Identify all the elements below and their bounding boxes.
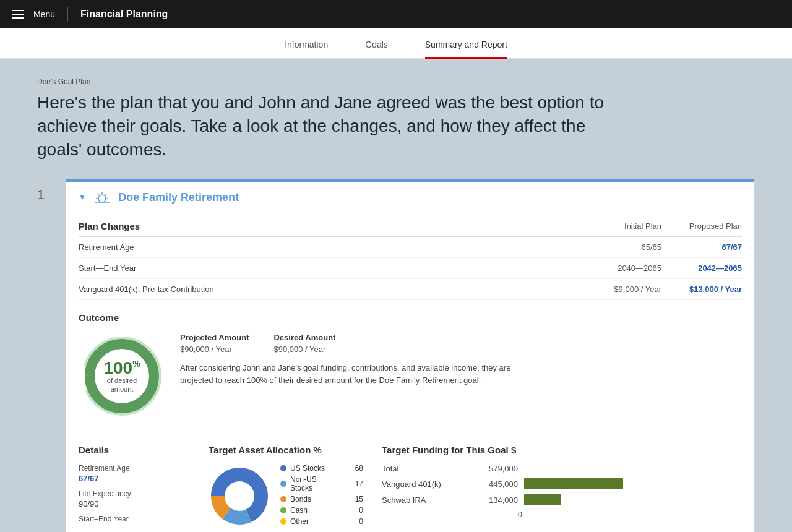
funding-bar	[524, 478, 623, 489]
funding-row-label: Schwab IRA	[382, 496, 468, 505]
outcome-details: Projected Amount $90,000 / Year Desired …	[180, 333, 742, 386]
life-expectancy-value: 90/90	[79, 499, 190, 508]
legend-cash: Cash 0	[280, 506, 363, 515]
menu-label[interactable]: Menu	[33, 9, 55, 19]
goal-number: 1	[37, 179, 56, 532]
plan-row: Retirement Age 65/65 67/67	[79, 237, 742, 258]
outcome-body: 100% of desired amount Projected Amount …	[79, 333, 742, 419]
plan-row: Vanguard 401(k): Pre-tax Contribution $9…	[79, 279, 742, 300]
asset-donut	[209, 465, 270, 527]
main-content: Doe's Goal Plan Here's the plan that you…	[0, 59, 792, 532]
retirement-age-label: Retirement Age	[79, 464, 190, 473]
plan-row-label: Vanguard 401(k): Pre-tax Contribution	[79, 285, 581, 294]
other-dot	[280, 518, 286, 525]
donut-center: 100% of desired amount	[100, 359, 144, 393]
asset-legend: US Stocks 68 Non-US Stocks 17 Bonds	[280, 464, 363, 528]
funding-row-schwab: Schwab IRA 134,000	[382, 494, 742, 505]
cash-dot	[280, 507, 286, 513]
us-stocks-dot	[280, 465, 286, 471]
funding-col: Target Funding for This Goal $ Total 579…	[363, 445, 742, 528]
funding-row-vanguard: Vanguard 401(k) 445,000	[382, 478, 742, 489]
asset-alloc-body: US Stocks 68 Non-US Stocks 17 Bonds	[209, 464, 363, 528]
start-end-label: Start–End Year	[79, 515, 190, 523]
svg-line-5	[105, 194, 106, 195]
projected-amount: Projected Amount $90,000 / Year	[180, 333, 249, 354]
outcome-donut: 100% of desired amount	[79, 333, 165, 419]
details-col: Details Retirement Age 67/67 Life Expect…	[79, 445, 190, 528]
plan-row-proposed: 2042—2065	[661, 264, 742, 273]
plan-row-initial: $9,000 / Year	[581, 285, 661, 294]
funding-row-amount: 579,000	[475, 464, 518, 473]
funding-zero-label: 0	[518, 510, 742, 519]
collapse-icon[interactable]: ▼	[79, 193, 86, 202]
retirement-age-value: 67/67	[79, 474, 190, 483]
plan-label: Doe's Goal Plan	[37, 77, 755, 86]
funding-row-total: Total 579,000	[382, 464, 742, 473]
legend-other: Other 0	[280, 517, 363, 526]
funding-bar-wrap	[524, 494, 742, 505]
initial-plan-header: Initial Plan	[581, 221, 661, 231]
funding-row-label: Total	[382, 464, 468, 473]
outcome-description: After considering John and Jane's goal f…	[180, 362, 527, 386]
plan-headline: Here's the plan that you and John and Ja…	[37, 91, 625, 161]
goal-title: Doe Family Retirement	[118, 191, 239, 204]
legend-non-us-stocks: Non-US Stocks 17	[280, 475, 363, 492]
legend-us-stocks: US Stocks 68	[280, 464, 363, 473]
topbar-divider	[67, 7, 68, 22]
retirement-icon	[93, 191, 111, 204]
outcome-amounts: Projected Amount $90,000 / Year Desired …	[180, 333, 742, 354]
goal-header: ▼ Doe Family Retirement	[66, 182, 754, 213]
details-section: Details Retirement Age 67/67 Life Expect…	[66, 432, 754, 532]
svg-point-0	[98, 195, 106, 202]
app-title: Financial Planning	[80, 9, 168, 20]
non-us-stocks-dot	[280, 481, 286, 487]
goal-section: 1 ▼ Doe Family Retirement	[37, 179, 755, 532]
desired-amount: Desired Amount $90,000 / Year	[273, 333, 335, 354]
plan-row-label: Start—End Year	[79, 264, 581, 273]
legend-bonds: Bonds 15	[280, 495, 363, 504]
funding-row-amount: 445,000	[475, 479, 518, 489]
funding-row-amount: 134,000	[475, 496, 518, 505]
plan-row-proposed: 67/67	[661, 242, 742, 252]
plan-row-initial: 2040—2065	[581, 264, 661, 273]
tab-goals[interactable]: Goals	[365, 40, 388, 59]
plan-row-initial: 65/65	[581, 242, 661, 252]
funding-bar-wrap	[524, 478, 742, 489]
plan-changes: Plan Changes Initial Plan Proposed Plan …	[66, 213, 754, 300]
plan-row-label: Retirement Age	[79, 242, 581, 252]
tab-bar: Information Goals Summary and Report	[0, 28, 792, 59]
tab-information[interactable]: Information	[285, 40, 328, 59]
svg-point-13	[226, 483, 253, 510]
funding-row-label: Vanguard 401(k)	[382, 479, 468, 489]
asset-alloc-col: Target Asset Allocation %	[190, 445, 363, 528]
tab-summary[interactable]: Summary and Report	[425, 40, 507, 59]
plan-row-proposed: $13,000 / Year	[661, 285, 742, 294]
plan-changes-header: Plan Changes Initial Plan Proposed Plan	[79, 213, 742, 237]
outcome-section: Outcome 1	[66, 300, 754, 432]
asset-alloc-title: Target Asset Allocation %	[209, 445, 363, 455]
plan-changes-title: Plan Changes	[79, 221, 581, 231]
goal-card: ▼ Doe Family Retirement Plan Changes	[66, 179, 755, 532]
details-title: Details	[79, 445, 190, 455]
bonds-dot	[280, 496, 286, 502]
donut-percentage: 100%	[100, 359, 144, 377]
plan-row: Start—End Year 2040—2065 2042—2065	[79, 258, 742, 279]
topbar: Menu Financial Planning	[0, 0, 792, 28]
menu-icon[interactable]	[12, 10, 24, 19]
proposed-plan-header: Proposed Plan	[661, 221, 742, 231]
outcome-title: Outcome	[79, 312, 742, 323]
donut-sub-label: of desired amount	[100, 377, 144, 393]
life-expectancy-label: Life Expectancy	[79, 489, 190, 498]
funding-bar	[524, 494, 561, 505]
svg-line-4	[98, 194, 99, 195]
funding-title: Target Funding for This Goal $	[382, 445, 742, 455]
